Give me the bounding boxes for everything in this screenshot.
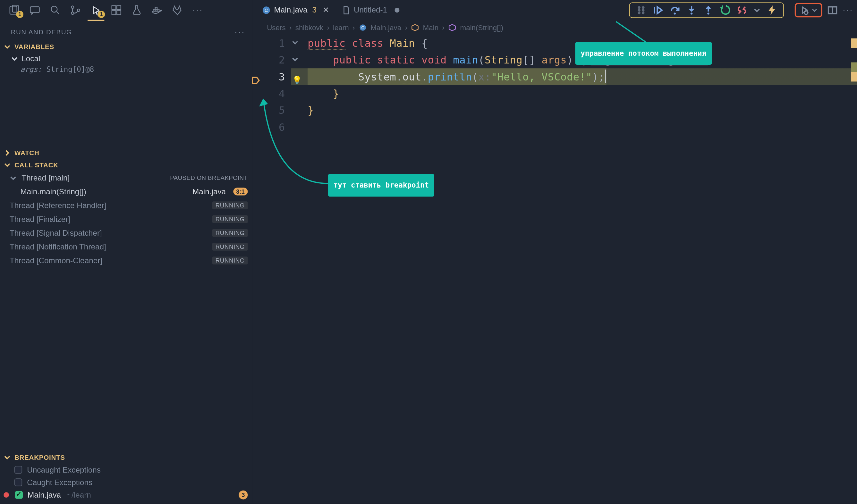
code-content: public class Main { <box>291 35 428 51</box>
variable-row[interactable]: args: String[0]@8 <box>11 64 253 75</box>
code-line: 4 } <box>252 85 857 102</box>
chevron-down-icon[interactable] <box>753 4 760 15</box>
crumb-item[interactable]: shibkovk <box>296 23 323 32</box>
variables-scope[interactable]: Local <box>11 53 253 65</box>
restart-icon[interactable] <box>720 4 730 15</box>
frame-position: 3:1 <box>233 188 248 195</box>
section-variables-header[interactable]: VARIABLES <box>0 41 252 53</box>
callstack-frame[interactable]: Main.main(String[]) Main.java 3:1 <box>0 185 252 198</box>
java-file-icon: C <box>262 6 270 14</box>
overview-ruler[interactable] <box>852 35 857 503</box>
callstack-thread[interactable]: Thread [Notification Thread] RUNNING <box>0 240 252 254</box>
hot-reload-icon[interactable] <box>767 4 777 15</box>
breakpoint-uncaught[interactable]: Uncaught Exceptions <box>0 464 252 476</box>
chevron-down-icon <box>3 161 11 168</box>
gutter[interactable]: 2 <box>252 52 291 68</box>
code-line: 1 public class Main { <box>252 35 857 51</box>
code-line: 6 <box>252 119 857 135</box>
breakpoint-caught[interactable]: Caught Exceptions <box>0 476 252 489</box>
grip-icon[interactable] <box>636 4 646 15</box>
breadcrumbs[interactable]: Users› shibkovk› learn› C Main.java› Mai… <box>252 20 857 35</box>
breakpoint-file[interactable]: Main.java ~/learn 3 <box>0 489 252 501</box>
gutter[interactable]: 1 <box>252 35 291 51</box>
svg-rect-15 <box>155 7 157 9</box>
section-callstack-header[interactable]: CALL STACK <box>0 159 252 171</box>
step-out-icon[interactable] <box>703 4 714 15</box>
docker-icon[interactable] <box>151 4 163 16</box>
code-editor[interactable]: 1 public class Main { 2 public static vo… <box>252 35 857 503</box>
crumb-item[interactable]: learn <box>333 23 349 32</box>
run-debug-icon[interactable]: 1 <box>90 4 102 16</box>
extensions-icon[interactable] <box>110 4 122 16</box>
run-dropdown[interactable] <box>795 3 822 17</box>
callstack-thread[interactable]: Thread [Finalizer] RUNNING <box>0 212 252 226</box>
thread-status: RUNNING <box>212 215 248 223</box>
chevron-down-icon <box>3 454 11 461</box>
flask-icon[interactable] <box>131 4 143 16</box>
frame-file: Main.java <box>192 187 226 196</box>
crumb-item[interactable]: main(String[]) <box>460 23 503 32</box>
callstack-thread[interactable]: Thread [Reference Handler] RUNNING <box>0 198 252 212</box>
activity-bar: 1 1 ··· <box>0 0 252 20</box>
bp-path: ~/learn <box>67 490 91 500</box>
callstack-thread[interactable]: Thread [Signal Dispatcher] RUNNING <box>0 226 252 240</box>
file-icon <box>342 6 350 14</box>
more-icon[interactable]: ··· <box>843 4 854 15</box>
fold-icon[interactable] <box>291 56 299 63</box>
chevron-down-icon <box>10 174 17 181</box>
section-breakpoints-header[interactable]: BREAKPOINTS <box>0 451 252 463</box>
callstack-thread[interactable]: Thread [Common-Cleaner] RUNNING <box>0 254 252 267</box>
class-icon <box>411 23 419 32</box>
code-line: 2 public static void main(String[] args)… <box>252 52 857 68</box>
checkbox[interactable] <box>14 479 22 486</box>
code-line-current: 3 💡 System.out.println(x:"Hello, VSCode!… <box>252 68 857 85</box>
svg-point-23 <box>642 12 644 13</box>
text-caret <box>605 70 606 83</box>
callstack-thread-main[interactable]: Thread [main] PAUSED ON BREAKPOINT <box>0 171 252 185</box>
gitlab-icon[interactable] <box>172 4 183 16</box>
chevron-down-icon <box>11 55 18 62</box>
crumb-item[interactable]: Main <box>423 23 438 32</box>
svg-point-3 <box>51 6 57 12</box>
svg-text:C: C <box>265 7 268 13</box>
svg-point-21 <box>642 6 644 8</box>
bp-file: Main.java <box>28 490 61 500</box>
step-over-icon[interactable] <box>669 4 680 15</box>
svg-point-22 <box>642 9 644 11</box>
thread-status: PAUSED ON BREAKPOINT <box>170 174 248 181</box>
thread-status: RUNNING <box>212 243 248 250</box>
tab-untitled[interactable]: Untitled-1 <box>336 0 406 20</box>
annotation-arrow <box>256 82 334 190</box>
chat-icon[interactable] <box>29 4 41 16</box>
tab-label: Untitled-1 <box>354 5 387 14</box>
section-breakpoints-label: BREAKPOINTS <box>14 454 65 461</box>
svg-rect-9 <box>117 6 121 10</box>
line-number: 2 <box>279 52 285 68</box>
bp-label: Caught Exceptions <box>27 478 93 487</box>
debug-badge: 1 <box>98 11 105 18</box>
close-icon[interactable]: ✕ <box>323 5 330 14</box>
fold-icon[interactable] <box>291 39 299 46</box>
tab-main-java[interactable]: C Main.java 3 ✕ <box>256 0 335 20</box>
thread-name: Thread [Finalizer] <box>10 214 208 224</box>
svg-point-24 <box>674 12 676 14</box>
svg-rect-11 <box>117 11 121 14</box>
disconnect-icon[interactable] <box>736 4 747 15</box>
source-control-icon[interactable] <box>70 4 82 16</box>
continue-icon[interactable] <box>653 4 663 15</box>
thread-status: RUNNING <box>212 257 248 264</box>
debug-run-icon <box>800 5 809 15</box>
checkbox[interactable] <box>15 491 23 499</box>
crumb-item[interactable]: Main.java <box>370 23 401 32</box>
sidebar-more-icon[interactable]: ··· <box>235 27 245 37</box>
search-icon[interactable] <box>49 4 61 16</box>
variable-name: args: <box>20 65 42 74</box>
step-into-icon[interactable] <box>686 4 697 15</box>
explorer-icon[interactable]: 1 <box>9 4 20 16</box>
layout-icon[interactable] <box>827 4 838 15</box>
crumb-item[interactable]: Users <box>267 23 286 32</box>
more-icon[interactable]: ··· <box>192 4 204 16</box>
method-icon <box>448 23 456 32</box>
checkbox[interactable] <box>14 466 22 473</box>
section-watch-header[interactable]: WATCH <box>0 147 252 159</box>
